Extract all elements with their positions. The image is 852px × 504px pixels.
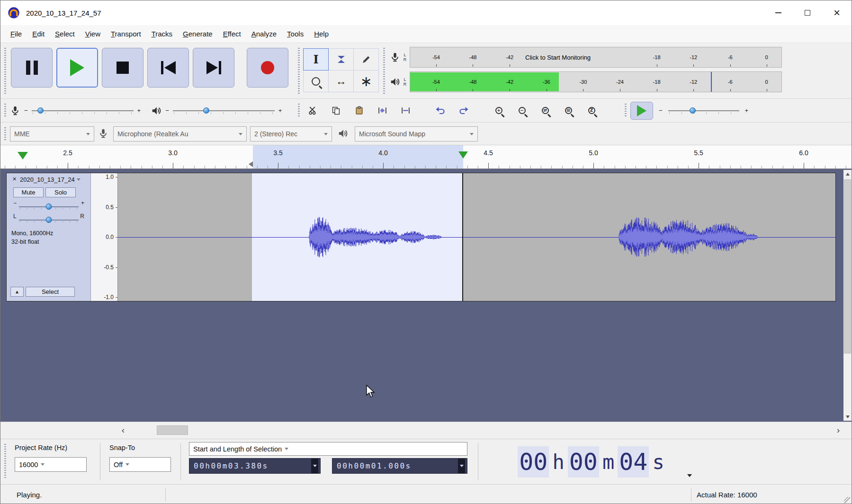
gain-thumb[interactable] bbox=[46, 203, 52, 210]
recording-volume-slider[interactable] bbox=[32, 104, 134, 117]
playback-volume-thumb[interactable] bbox=[203, 107, 209, 114]
zoom-out-button[interactable]: − bbox=[513, 102, 531, 119]
track-name-menu[interactable]: 2020_10_13_17_24_57 bbox=[20, 176, 84, 183]
fit-selection-button[interactable]: ⇄ bbox=[536, 102, 554, 119]
time-format-menu-button[interactable] bbox=[311, 459, 318, 473]
menu-item-edit[interactable]: Edit bbox=[27, 26, 50, 42]
timeline-options-button[interactable] bbox=[18, 152, 28, 159]
toolbar-grip[interactable] bbox=[298, 48, 300, 94]
track-select-button[interactable]: Select bbox=[26, 287, 75, 297]
playhead-indicator[interactable] bbox=[458, 151, 468, 159]
timeline-ruler[interactable]: 2.53.03.54.04.55.05.56.0 bbox=[0, 145, 852, 169]
menu-item-transport[interactable]: Transport bbox=[106, 26, 146, 42]
playback-volume-slider[interactable] bbox=[173, 104, 275, 117]
menu-item-tools[interactable]: Tools bbox=[282, 26, 309, 42]
track-area[interactable]: × 2020_10_13_17_24_57 Mute Solo − + L R bbox=[0, 169, 852, 422]
menu-item-select[interactable]: Select bbox=[50, 26, 80, 42]
toolbar-grip[interactable] bbox=[4, 48, 6, 94]
recording-volume-thumb[interactable] bbox=[37, 107, 44, 114]
vertical-scroll-thumb[interactable] bbox=[844, 179, 851, 354]
scroll-left-button[interactable]: ‹ bbox=[118, 425, 128, 435]
pan-thumb[interactable] bbox=[46, 217, 52, 223]
silence-audio-button[interactable] bbox=[396, 102, 414, 119]
playback-device-select[interactable]: Microsoft Sound Mapp bbox=[355, 126, 478, 141]
menu-item-analyze[interactable]: Analyze bbox=[246, 26, 282, 42]
track-close-button[interactable]: × bbox=[10, 176, 18, 184]
zoom-tool-button[interactable] bbox=[303, 70, 329, 92]
recording-channels-select[interactable]: 2 (Stereo) Rec bbox=[250, 126, 332, 141]
selection-start-handle[interactable] bbox=[249, 161, 253, 167]
waveform-area[interactable] bbox=[118, 173, 835, 301]
time-format-menu-button[interactable] bbox=[458, 459, 465, 473]
audio-host-select[interactable]: MME bbox=[10, 126, 94, 141]
fit-project-button[interactable]: ⊞ bbox=[559, 102, 577, 119]
db-tick bbox=[657, 89, 657, 91]
toolbar-grip[interactable] bbox=[4, 444, 6, 479]
toolbar-grip[interactable] bbox=[4, 104, 6, 117]
pause-button[interactable] bbox=[11, 48, 53, 88]
menu-item-generate[interactable]: Generate bbox=[178, 26, 218, 42]
pan-slider[interactable]: L R bbox=[13, 213, 84, 224]
vertical-scrollbar[interactable] bbox=[843, 170, 852, 421]
redo-button[interactable] bbox=[455, 102, 473, 119]
cut-button[interactable] bbox=[304, 102, 322, 119]
menu-item-effect[interactable]: Effect bbox=[218, 26, 246, 42]
mute-button[interactable]: Mute bbox=[13, 187, 44, 197]
snap-to-select[interactable]: Off bbox=[109, 457, 171, 472]
vertical-ruler[interactable]: 1.00.50.0-0.5-1.0 bbox=[91, 173, 118, 301]
record-button[interactable] bbox=[247, 48, 288, 88]
recording-device-select[interactable]: Microphone (Realtek Au bbox=[113, 126, 247, 141]
trim-audio-button[interactable] bbox=[373, 102, 391, 119]
horizontal-scroll-thumb[interactable] bbox=[157, 425, 188, 435]
selection-length-field[interactable]: 00h00m01.000s bbox=[332, 458, 467, 474]
scroll-down-button[interactable] bbox=[843, 413, 852, 421]
time-shift-tool-button[interactable]: ↔ bbox=[328, 70, 354, 92]
play-speed-thumb[interactable] bbox=[690, 107, 696, 114]
toolbar-grip[interactable] bbox=[4, 127, 6, 140]
solo-button[interactable]: Solo bbox=[45, 187, 76, 197]
maximize-button[interactable] bbox=[793, 0, 822, 25]
close-button[interactable]: × bbox=[822, 0, 852, 25]
draw-tool-button[interactable] bbox=[353, 48, 379, 71]
paste-button[interactable] bbox=[350, 102, 368, 119]
collapse-track-button[interactable]: ▲ bbox=[10, 287, 24, 297]
monitoring-text[interactable]: Click to Start Monitoring bbox=[525, 54, 591, 61]
menu-item-tracks[interactable]: Tracks bbox=[146, 26, 178, 42]
undo-button[interactable] bbox=[431, 102, 449, 119]
time-shift-icon: ↔ bbox=[336, 76, 347, 87]
chevron-down-icon bbox=[41, 463, 45, 466]
scroll-right-button[interactable]: › bbox=[833, 425, 843, 435]
play-speed-slider[interactable] bbox=[668, 104, 739, 117]
selection-mode-select[interactable]: Start and Length of Selection bbox=[189, 442, 467, 456]
chevron-down-icon[interactable] bbox=[687, 474, 692, 477]
play-button[interactable] bbox=[56, 48, 98, 88]
scroll-up-button[interactable] bbox=[843, 170, 852, 178]
resize-grip[interactable] bbox=[844, 497, 850, 503]
zoom-in-button[interactable]: + bbox=[490, 102, 508, 119]
project-rate-select[interactable]: 16000 bbox=[15, 457, 87, 472]
multi-tool-button[interactable]: ∗ bbox=[353, 70, 379, 92]
stop-button[interactable] bbox=[102, 48, 143, 88]
minimize-button[interactable] bbox=[763, 0, 793, 25]
menu-item-file[interactable]: File bbox=[5, 26, 27, 42]
audio-position-display[interactable]: 00 h 00 m 04 s bbox=[489, 442, 693, 482]
toolbar-grip[interactable] bbox=[298, 104, 300, 117]
skip-to-end-button[interactable] bbox=[193, 48, 234, 88]
menu-item-view[interactable]: View bbox=[80, 26, 106, 42]
track-format-info: Mono, 16000Hz bbox=[11, 230, 53, 237]
toolbar-grip[interactable] bbox=[625, 104, 627, 117]
toolbar-grip[interactable] bbox=[383, 48, 385, 94]
skip-to-start-button[interactable] bbox=[147, 48, 189, 88]
play-at-speed-button[interactable] bbox=[630, 102, 653, 120]
menu-item-help[interactable]: Help bbox=[309, 26, 334, 42]
zoom-toggle-button[interactable]: Z bbox=[583, 102, 601, 119]
playback-meter[interactable]: -54-48-42-36-30-24-18-12-60 bbox=[410, 71, 782, 92]
horizontal-scrollbar[interactable]: ‹ › bbox=[118, 425, 843, 435]
copy-button[interactable] bbox=[327, 102, 345, 119]
gain-slider[interactable]: − + bbox=[13, 200, 84, 211]
record-meter[interactable]: Click to Start Monitoring -54-48-42-18-1… bbox=[410, 47, 782, 68]
envelope-tool-button[interactable] bbox=[328, 48, 354, 71]
selection-start-field[interactable]: 00h00m03.380s bbox=[189, 458, 321, 474]
selection-tool-button[interactable]: I bbox=[303, 48, 329, 71]
timeline-selection-band[interactable] bbox=[253, 145, 463, 168]
